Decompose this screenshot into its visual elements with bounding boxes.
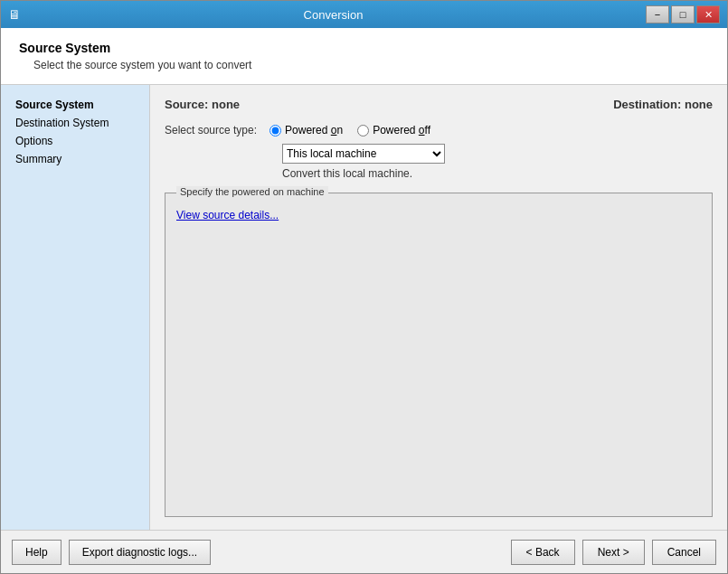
help-button[interactable]: Help (12, 540, 61, 565)
source-type-select[interactable]: This local machine (282, 144, 445, 164)
title-bar: 🖥 Conversion − □ ✕ (1, 1, 727, 28)
powered-on-radio-label[interactable]: Powered on (269, 124, 343, 136)
source-value: none (212, 98, 240, 111)
powered-on-radio[interactable] (269, 125, 281, 136)
sidebar-item-options[interactable]: Options (10, 132, 140, 150)
destination-value: none (685, 98, 713, 111)
source-info: Source: none (165, 98, 240, 111)
select-source-type-label: Select source type: (165, 124, 257, 136)
next-button[interactable]: Next > (582, 540, 645, 565)
sidebar-item-summary[interactable]: Summary (10, 150, 140, 168)
cancel-button[interactable]: Cancel (652, 540, 716, 565)
sidebar-item-destination-system[interactable]: Destination System (10, 114, 140, 132)
destination-label: Destination: (613, 98, 681, 111)
specify-powered-on-box: Specify the powered on machine View sour… (165, 193, 713, 517)
content-area: Source: none Destination: none Select so… (150, 85, 727, 530)
footer: Help Export diagnostic logs... < Back Ne… (1, 530, 727, 573)
window-title: Conversion (21, 8, 646, 22)
powered-off-radio-label[interactable]: Powered off (357, 124, 430, 136)
export-diagnostic-logs-button[interactable]: Export diagnostic logs... (69, 540, 211, 565)
main-content: Source System Destination System Options… (1, 85, 727, 530)
dropdown-row: This local machine (282, 144, 713, 164)
source-label: Source: (165, 98, 208, 111)
header-section: Source System Select the source system y… (1, 28, 727, 85)
view-source-details-link[interactable]: View source details... (176, 209, 279, 221)
specify-legend: Specify the powered on machine (176, 186, 328, 197)
sidebar-item-source-system[interactable]: Source System (10, 96, 140, 114)
header-subtitle: Select the source system you want to con… (19, 59, 709, 71)
minimize-button[interactable]: − (646, 5, 669, 24)
maximize-button[interactable]: □ (671, 5, 695, 24)
window-controls: − □ ✕ (646, 5, 720, 24)
convert-description: Convert this local machine. (282, 167, 713, 180)
close-button[interactable]: ✕ (696, 5, 720, 24)
powered-on-label: Powered on (285, 124, 343, 136)
header-title: Source System (19, 41, 709, 55)
powered-off-radio[interactable] (357, 125, 369, 136)
back-button[interactable]: < Back (511, 540, 575, 565)
powered-off-label: Powered off (373, 124, 430, 136)
destination-info: Destination: none (613, 98, 713, 111)
app-icon: 🖥 (8, 7, 21, 22)
main-window: 🖥 Conversion − □ ✕ Source System Select … (0, 0, 728, 574)
sidebar: Source System Destination System Options… (1, 85, 150, 530)
source-dest-bar: Source: none Destination: none (165, 98, 713, 111)
select-source-row: Select source type: Powered on Powered o… (165, 124, 713, 136)
radio-group: Powered on Powered off (269, 124, 430, 136)
